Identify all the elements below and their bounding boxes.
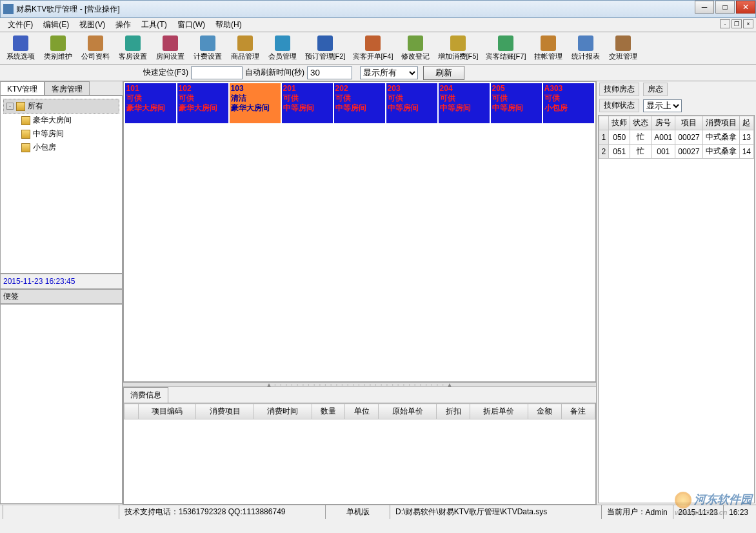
room-type-tree[interactable]: - 所有 豪华大房间 中等房间 小包房 [0,96,123,274]
menu-view[interactable]: 视图(V) [74,18,110,32]
toolbar-button[interactable]: 修改登记 [397,34,433,63]
tool-icon [88,35,103,51]
room-type: 小包房 [544,103,593,113]
room-tile[interactable]: 204可供中等房间 [439,83,490,123]
column-header[interactable]: 项目编码 [138,404,196,419]
tool-icon [450,35,466,51]
maximize-button[interactable]: □ [715,1,735,14]
mdi-close[interactable]: × [743,19,753,28]
technician-grid[interactable]: 技师状态房号项目消费项目起1050忙A00100027中式桑拿132051忙00… [598,115,755,503]
toolbar-button[interactable]: 计费设置 [190,34,226,63]
menu-file[interactable]: 文件(F) [3,18,38,32]
tool-icon [408,35,423,51]
column-header[interactable]: 折扣 [437,404,470,419]
room-tile[interactable]: 102可供豪华大房间 [177,83,228,123]
room-status: 可供 [179,94,227,103]
room-tile[interactable]: 101可供豪华大房间 [125,83,176,123]
minimize-button[interactable]: ─ [695,1,714,14]
tree-root[interactable]: - 所有 [3,99,119,114]
column-header[interactable]: 项目 [675,116,702,130]
tab-room-manage[interactable]: 客房管理 [45,81,90,95]
table-row[interactable]: 1050忙A00100027中式桑拿13 [599,130,753,145]
toolbar-button[interactable]: 系统选项 [3,34,39,63]
refresh-interval-input[interactable] [307,66,352,79]
room-tile[interactable]: 203可供中等房间 [386,83,437,123]
room-state-link[interactable]: 房态 [643,83,668,96]
menu-window[interactable]: 窗口(W) [172,18,210,32]
folder-icon [16,102,25,111]
column-header[interactable]: 起 [739,116,753,130]
toolbar-button[interactable]: 挂帐管理 [530,34,566,63]
toolbar-button[interactable]: 宾客开单[F4] [350,34,396,63]
status-bar: 技术支持电话：15361792328 QQ:1113886749 单机版 D:\… [0,505,756,519]
toolbar-button[interactable]: 预订管理[F2] [302,34,348,63]
toolbar-button[interactable]: 类别维护 [40,34,76,63]
column-header[interactable]: 消费项目 [196,404,254,419]
notes-area[interactable] [0,304,123,504]
menu-help[interactable]: 帮助(H) [210,18,247,32]
column-header[interactable]: 原始单价 [379,404,437,419]
column-header[interactable]: 数量 [312,404,345,419]
refresh-button[interactable]: 刷新 [423,66,464,80]
room-tile[interactable]: 202可供中等房间 [334,83,385,123]
tool-label: 类别维护 [44,52,72,60]
tree-item[interactable]: 中等房间 [19,127,119,141]
toolbar-button[interactable]: 交班管理 [605,34,641,63]
table-row[interactable]: 2051忙00100027中式桑拿14 [599,145,753,159]
toolbar-button[interactable]: 宾客结账[F7] [482,34,529,63]
room-tile[interactable]: 201可供中等房间 [282,83,333,123]
room-status: 可供 [335,94,384,103]
right-panel: 技师房态 房态 技师状态 显示上 技师状态房号项目消费项目起1050忙A0010… [597,81,756,505]
toolbar-button[interactable]: 统计报表 [568,34,604,63]
column-header[interactable]: 状态 [630,116,652,130]
folder-icon [21,116,30,125]
tech-state-link[interactable]: 技师状态 [599,99,639,112]
folder-icon [21,143,30,152]
tree-item[interactable]: 小包房 [19,141,119,154]
tech-filter-select[interactable]: 显示上 [643,99,682,112]
toolbar-button[interactable]: 会员管理 [264,34,301,63]
menu-edit[interactable]: 编辑(E) [38,18,74,32]
room-type: 中等房间 [283,103,332,113]
tool-icon [615,35,631,51]
column-header[interactable]: 消费时间 [254,404,312,419]
column-header[interactable]: 单位 [345,404,379,419]
column-header[interactable]: 技师 [609,116,630,130]
room-status: 可供 [544,94,593,103]
room-tile[interactable]: A303可供小包房 [543,83,594,123]
menu-operate[interactable]: 操作 [110,18,136,32]
room-type: 中等房间 [440,103,488,113]
toolbar-button[interactable]: 客房设置 [115,34,151,63]
mdi-restore[interactable]: ❐ [731,19,742,28]
tech-room-state-link[interactable]: 技师房态 [599,83,639,96]
tab-ktv-manage[interactable]: KTV管理 [0,81,45,95]
column-header[interactable]: 房号 [652,116,675,130]
consumption-grid[interactable]: 项目编码消费项目消费时间数量单位原始单价折扣折后单价金额备注 [123,403,596,505]
close-button[interactable]: ✕ [736,1,755,14]
mdi-minimize[interactable]: - [720,19,730,28]
room-tile[interactable]: 205可供中等房间 [491,83,542,123]
tool-label: 房间设置 [156,52,184,60]
toolbar-button[interactable]: 增加消费[F5] [435,34,481,63]
room-type: 豪华大房间 [179,103,227,113]
room-status: 清洁 [231,94,279,103]
column-header[interactable]: 金额 [528,404,561,419]
toolbar-button[interactable]: 公司资料 [77,34,114,63]
column-header[interactable]: 消费项目 [702,116,739,130]
collapse-icon[interactable]: - [6,103,14,110]
column-header[interactable]: 折后单价 [470,404,528,419]
toolbar-button[interactable]: 房间设置 [152,34,188,63]
locate-input[interactable] [191,66,243,79]
consumption-tab[interactable]: 消费信息 [123,387,168,403]
tree-item[interactable]: 豪华大房间 [19,114,119,127]
column-header[interactable]: 备注 [561,404,595,419]
show-filter-select[interactable]: 显示所有 [360,66,418,79]
menu-tools[interactable]: 工具(T) [136,18,172,32]
room-tile[interactable]: 103清洁豪华大房间 [230,83,281,123]
status-support: 技术支持电话：15361792328 QQ:1113886749 [119,505,325,519]
toolbar-button[interactable]: 商品管理 [227,34,263,63]
tool-icon [13,35,28,51]
room-number: 101 [126,84,175,94]
status-edition: 单机版 [325,505,390,519]
splitter[interactable]: ▴ · · · · · · · · · · · · · · · · · · · … [123,382,596,387]
